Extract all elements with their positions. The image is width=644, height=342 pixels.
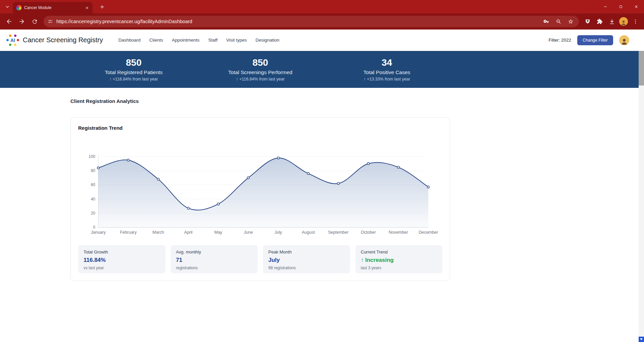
y-tick-label: 100: [89, 154, 95, 159]
zoom-button[interactable]: [554, 17, 563, 26]
tab-search-button[interactable]: [3, 2, 12, 11]
header-right: Filter: 2022 Change Filter: [548, 35, 629, 45]
stat-label: Total Positive Cases: [364, 69, 411, 75]
chevron-down-icon: [5, 4, 10, 9]
data-point[interactable]: [367, 163, 369, 165]
summary-card-peak-month: Peak Month July 98 registrations: [263, 245, 350, 273]
browser-toolbar: https://cancerregistry.preventcancer.ug/…: [0, 13, 644, 30]
change-filter-button[interactable]: Change Filter: [577, 35, 613, 45]
window-close-button[interactable]: [629, 0, 644, 13]
browser-menu-button[interactable]: [630, 16, 641, 27]
plus-icon: [100, 4, 105, 9]
reload-button[interactable]: [29, 16, 40, 27]
window-maximize-button[interactable]: [613, 0, 629, 13]
extension-shield-button[interactable]: [582, 16, 593, 27]
url-text[interactable]: https://cancerregistry.preventcancer.ug/…: [56, 19, 539, 24]
stat-delta: ↑ +13.33% from last year: [364, 77, 410, 81]
user-avatar[interactable]: [619, 35, 629, 45]
page-content: AI Cancer Screening Registry Dashboard C…: [0, 30, 644, 342]
stat-label: Total Registered Patients: [105, 69, 163, 75]
summary-card-total-growth: Total Growth 116.84% vs last year: [78, 245, 165, 273]
data-point[interactable]: [307, 172, 309, 174]
summary-value: ↑ Increasing: [361, 257, 437, 264]
chart-title: Registration Trend: [78, 125, 442, 131]
person-icon: [620, 37, 629, 45]
close-icon: [634, 4, 639, 9]
x-tick-label: March: [153, 230, 164, 235]
stat-value: 850: [126, 57, 142, 68]
nav-item-clients[interactable]: Clients: [149, 38, 163, 43]
data-point[interactable]: [127, 159, 129, 161]
data-point[interactable]: [397, 166, 399, 168]
tab-close-button[interactable]: [84, 5, 90, 11]
url-bar[interactable]: https://cancerregistry.preventcancer.ug/…: [44, 16, 579, 27]
nav-item-staff[interactable]: Staff: [208, 38, 218, 43]
bookmark-button[interactable]: [566, 17, 575, 26]
data-point[interactable]: [277, 157, 279, 159]
nav-item-dashboard[interactable]: Dashboard: [118, 38, 141, 43]
downloads-button[interactable]: [606, 16, 617, 27]
forward-button[interactable]: [16, 16, 28, 27]
password-key-button[interactable]: [542, 17, 551, 26]
nav-item-designation[interactable]: Designation: [256, 38, 279, 43]
tab-title: Cancer Module: [24, 5, 81, 10]
x-tick-label: July: [275, 230, 282, 235]
x-tick-label: August: [302, 230, 315, 235]
main-nav: Dashboard Clients Appointments Staff Vis…: [118, 38, 279, 43]
stat-screenings-performed: 850 Total Screenings Performed ↑ +116.84…: [197, 51, 323, 88]
maximize-icon: [618, 4, 624, 9]
data-point[interactable]: [427, 186, 429, 188]
data-point[interactable]: [157, 178, 159, 180]
extensions-button[interactable]: [594, 16, 605, 27]
scroll-down-arrow[interactable]: [639, 337, 644, 342]
brand-logo: AI: [6, 34, 19, 47]
logo-dot: [14, 44, 16, 46]
summary-label: Current Trend: [361, 249, 437, 254]
registration-trend-card: Registration Trend 020406080100JanuaryFe…: [70, 117, 450, 281]
summary-card-avg-monthly: Avg. monthly 71 registrations: [171, 245, 258, 273]
x-tick-label: February: [120, 230, 137, 235]
x-tick-label: October: [361, 230, 376, 235]
y-tick-label: 80: [91, 168, 96, 173]
stat-delta: ↑ +116.84% from last year: [236, 77, 285, 81]
x-tick-label: September: [328, 230, 348, 235]
stats-inner: 850 Total Registered Patients ↑ +116.84%…: [70, 51, 450, 88]
browser-profile-avatar[interactable]: [619, 17, 628, 26]
main-content: Client Registration Analytics Registrati…: [0, 98, 644, 281]
chart-wrap: 020406080100JanuaryFebruaryMarchAprilMay…: [78, 143, 442, 240]
reload-icon: [32, 18, 38, 25]
stat-registered-patients: 850 Total Registered Patients ↑ +116.84%…: [70, 51, 197, 88]
window-minimize-button[interactable]: [598, 0, 613, 13]
person-icon: [620, 19, 627, 26]
data-point[interactable]: [97, 167, 99, 169]
shield-v-icon: [585, 18, 591, 24]
puzzle-icon: [597, 18, 603, 24]
logo-dot: [9, 35, 11, 37]
logo-dot: [6, 39, 9, 41]
browser-tab[interactable]: Cancer Module: [13, 2, 93, 13]
x-tick-label: April: [184, 230, 193, 235]
zoom-minus-icon: [556, 19, 561, 24]
back-button[interactable]: [3, 16, 15, 27]
data-point[interactable]: [187, 207, 189, 209]
stat-positive-cases: 34 Total Positive Cases ↑ +13.33% from l…: [324, 51, 450, 88]
data-point[interactable]: [247, 177, 249, 179]
new-tab-button[interactable]: [97, 2, 107, 11]
summary-value: 71: [176, 257, 253, 264]
page-scrollbar[interactable]: [639, 30, 644, 342]
summary-sub: last 3 years: [361, 266, 437, 270]
nav-item-visit-types[interactable]: Visit types: [226, 38, 247, 43]
summary-sub: 98 registrations: [268, 266, 345, 270]
data-point[interactable]: [217, 203, 219, 205]
stat-delta: ↑ +116.84% from last year: [109, 77, 158, 81]
y-tick-label: 40: [91, 197, 96, 202]
star-icon: [568, 19, 574, 24]
nav-item-appointments[interactable]: Appointments: [172, 38, 200, 43]
data-point[interactable]: [337, 182, 339, 184]
x-tick-label: May: [214, 230, 222, 235]
site-info-tune-icon[interactable]: [48, 19, 53, 24]
filter-label: Filter: 2022: [548, 38, 571, 43]
logo-dot: [17, 39, 19, 41]
summary-value: 116.84%: [84, 257, 160, 264]
x-tick-label: June: [244, 230, 253, 235]
